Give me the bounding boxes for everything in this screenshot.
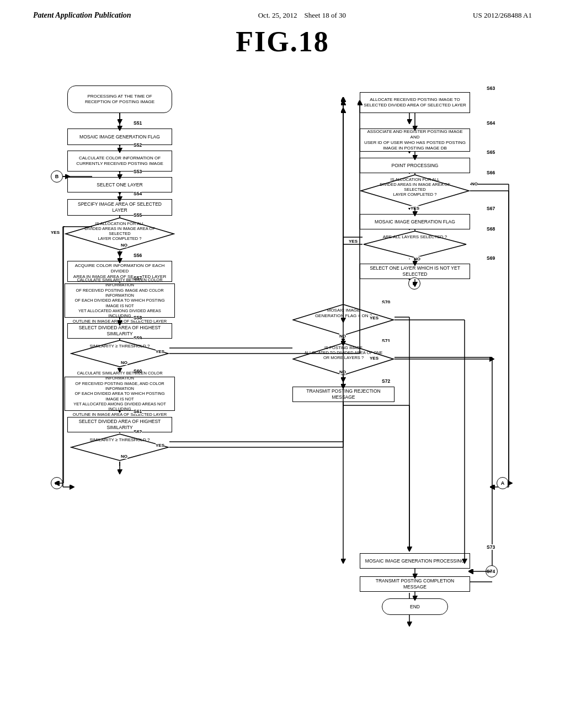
s70-no-label: NO <box>339 334 346 339</box>
s59-yes-label: YES <box>156 349 164 354</box>
s63-box: ALLOCATE RECEIVED POSTING IMAGE TO SELEC… <box>360 92 470 113</box>
s74-label: S74 <box>487 569 495 574</box>
s68-yes-label: YES <box>349 239 358 244</box>
s55-yes-label: YES <box>51 230 60 235</box>
s55-diamond: IS ALLOCATION FOR ALLDIVIDED AREAS IN IM… <box>65 217 175 251</box>
s68-no-label: NO <box>414 256 420 261</box>
s60-box: CALCULATE SIMILARITY BETWEEN COLOR INFOR… <box>65 377 175 411</box>
s57-box: CALCULATE SIMILARITY BETWEEN COLOR INFOR… <box>65 283 175 318</box>
circle-b-right: B <box>408 277 420 290</box>
circle-a-right: A <box>497 477 509 489</box>
s59-no-label: NO <box>121 360 127 365</box>
s64-box: ASSOCIATE AND REGISTER POSTING IMAGE AND… <box>360 129 470 152</box>
s70-yes-label: YES <box>370 315 379 320</box>
s69-label: S69 <box>487 255 495 261</box>
s68-diamond: ARE ALL LAYERS SELECTED ? <box>363 230 467 259</box>
s67-label: S67 <box>487 206 495 211</box>
page-container: Patent Application Publication Oct. 25, … <box>0 0 565 728</box>
start-box: PROCESSING AT THE TIME OF RECEPTION OF P… <box>67 85 172 113</box>
s52-label: S52 <box>134 142 142 148</box>
s53-box: SELECT ONE LAYER <box>67 177 172 192</box>
circle-a-left: A <box>51 477 63 489</box>
s70-diamond: MOSAIC IMAGEGENERATION FLAG = ON ? <box>292 303 395 336</box>
s64-label: S64 <box>487 120 495 126</box>
header-date-sheet: Oct. 25, 2012 Sheet 18 of 30 <box>258 11 346 20</box>
s71-no-label: NO <box>339 370 346 374</box>
s61-box: SELECT DIVIDED AREA OF HIGHEST SIMILARIT… <box>67 417 172 432</box>
s73-box: MOSAIC IMAGE GENERATION PROCESSING <box>360 553 470 569</box>
s62-diamond: SIMILARITY ≥ THRESHOLD ? <box>70 433 169 462</box>
s54-label: S54 <box>134 191 142 196</box>
figure-title: FIG.18 <box>33 25 532 58</box>
s73-label: S73 <box>487 544 495 550</box>
s58-label: S58 <box>134 315 142 320</box>
s69-box: SELECT ONE LAYER WHICH IS NOT YET SELECT… <box>360 264 470 279</box>
s65-box: POINT PROCESSING <box>360 158 470 173</box>
s59-diamond: SIMILARITY ≥ THRESHOLD ? <box>70 339 169 368</box>
s58-box: SELECT DIVIDED AREA OF HIGHEST SIMILARIT… <box>67 323 172 339</box>
s65-label: S65 <box>487 149 495 155</box>
s66-no-label: NO <box>471 181 478 186</box>
header-publication: Patent Application Publication <box>33 11 131 20</box>
s51-box: MOSAIC IMAGE GENERATION FLAG <box>67 129 172 145</box>
header-patent: US 2012/268488 A1 <box>473 11 532 20</box>
s66-diamond: IS ALLOCATION FOR ALLDIVIDED AREAS IN IM… <box>360 174 470 208</box>
s56-label: S56 <box>134 253 142 258</box>
s66-yes-label: YES <box>411 206 419 211</box>
flowchart: PROCESSING AT THE TIME OF RECEPTION OF P… <box>34 69 531 703</box>
s62-yes-label: YES <box>156 443 164 448</box>
s63-label: S63 <box>487 85 495 91</box>
s62-no-label: NO <box>121 454 127 459</box>
s55-no-label: NO <box>121 243 127 248</box>
s52-box: CALCULATE COLOR INFORMATION OF CURRENTLY… <box>67 151 172 172</box>
s66-label: S66 <box>487 170 495 175</box>
s53-label: S53 <box>134 169 142 174</box>
s74-box: TRANSMIT POSTING COMPLETION MESSAGE <box>360 576 470 592</box>
s61-label: S61 <box>134 409 142 414</box>
s72-box: TRANSMIT POSTING REJECTION MESSAGE <box>292 387 395 402</box>
s51-label: S51 <box>134 120 142 126</box>
s67-box: MOSAIC IMAGE GENERATION FLAG <box>360 214 470 229</box>
s72-label: S72 <box>382 378 390 384</box>
page-header: Patent Application Publication Oct. 25, … <box>33 11 532 20</box>
circle-b-left: B <box>51 170 63 183</box>
s68-label: S68 <box>487 226 495 232</box>
s54-box: SPECIFY IMAGE AREA OF SELECTED LAYER <box>67 199 172 216</box>
end-box: END <box>382 598 448 615</box>
s71-yes-label: YES <box>370 356 379 361</box>
